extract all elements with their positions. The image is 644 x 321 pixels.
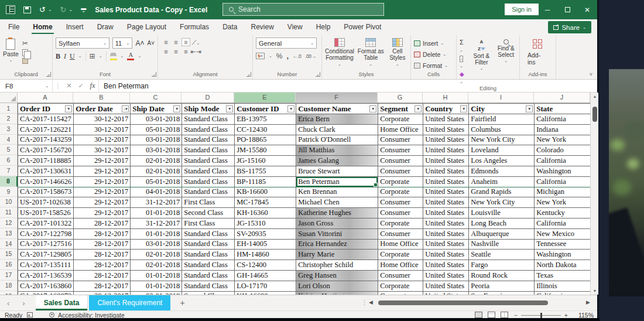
- redo-dropdown-icon[interactable]: ⌄: [69, 7, 73, 12]
- cell-B18[interactable]: 28-12-2017: [74, 281, 131, 291]
- borders-dropdown-icon[interactable]: ⌄: [99, 54, 102, 59]
- cell-C12[interactable]: 31-12-2017: [131, 218, 182, 228]
- cell-A2[interactable]: CA-2017-115427: [18, 114, 74, 125]
- align-left-icon[interactable]: ≡: [164, 48, 167, 55]
- cell-E5[interactable]: JM-15580: [235, 145, 296, 156]
- grow-font-icon[interactable]: A˄: [135, 39, 144, 47]
- cell-G2[interactable]: Corporate: [378, 114, 423, 125]
- zoom-percentage[interactable]: 115%: [578, 312, 594, 319]
- number-dialog-launcher[interactable]: [316, 72, 320, 77]
- column-header-G[interactable]: G: [378, 93, 423, 103]
- cell-I5[interactable]: Loveland: [469, 145, 535, 156]
- cell-styles-button[interactable]: Cell Styles ⌄: [388, 37, 407, 67]
- cell-C18[interactable]: 01-01-2018: [131, 281, 182, 291]
- table-header-country[interactable]: Country▼: [423, 104, 469, 114]
- cell-J10[interactable]: New York: [535, 197, 591, 208]
- cut-icon[interactable]: ✂: [22, 39, 28, 47]
- row-header-9[interactable]: 9: [0, 187, 18, 197]
- cell-F2[interactable]: Erica Bern: [296, 114, 378, 125]
- cell-H5[interactable]: United States: [423, 145, 469, 156]
- cell-F4[interactable]: Patrick O'Donnell: [296, 135, 378, 145]
- cell-F8[interactable]: Ben Peterman: [296, 176, 378, 187]
- cell-D9[interactable]: Standard Class: [182, 187, 235, 197]
- cell-B12[interactable]: 28-12-2017: [74, 218, 131, 228]
- clear-icon[interactable]: ◆ ⌄: [460, 70, 468, 84]
- next-sheet-icon[interactable]: ›: [22, 299, 25, 308]
- cell-G14[interactable]: Home Office: [378, 239, 423, 250]
- conditional-formatting-button[interactable]: Conditional Formatting ⌄: [325, 37, 354, 67]
- cell-J9[interactable]: Michigan: [535, 187, 591, 197]
- cell-D2[interactable]: Standard Class: [182, 114, 235, 125]
- filter-button-A[interactable]: ▼: [65, 105, 72, 112]
- accounting-dropdown-icon[interactable]: ⌄: [269, 54, 272, 59]
- cell-E11[interactable]: KH-16360: [235, 208, 296, 218]
- cell-G8[interactable]: Corporate: [378, 176, 423, 187]
- filter-button-B[interactable]: ↓▾: [122, 105, 129, 112]
- cell-C5[interactable]: 03-01-2018: [131, 145, 182, 156]
- save-icon[interactable]: [23, 6, 31, 13]
- cell-I18[interactable]: Peoria: [469, 281, 535, 291]
- italic-icon[interactable]: I: [64, 52, 66, 61]
- row-header-4[interactable]: 4: [0, 135, 18, 145]
- cell-G17[interactable]: Consumer: [378, 270, 423, 281]
- cell-C16[interactable]: 02-01-2018: [131, 260, 182, 271]
- cell-E7[interactable]: BS-11755: [235, 166, 296, 176]
- cell-B10[interactable]: 29-12-2017: [74, 197, 131, 208]
- menu-tab-insert[interactable]: Insert: [66, 20, 84, 35]
- cell-G11[interactable]: Consumer: [378, 208, 423, 218]
- cell-H6[interactable]: United States: [423, 156, 469, 166]
- cell-E12[interactable]: JG-15310: [235, 218, 296, 228]
- cell-E8[interactable]: BP-11185: [235, 176, 296, 187]
- zoom-slider-thumb[interactable]: [540, 313, 543, 318]
- cell-F15[interactable]: Harry Marie: [296, 250, 378, 260]
- cell-I16[interactable]: Fargo: [469, 260, 535, 271]
- cell-B6[interactable]: 29-12-2017: [74, 156, 131, 166]
- search-input[interactable]: Search: [222, 3, 384, 16]
- cell-D4[interactable]: Standard Class: [182, 135, 235, 145]
- undo-icon[interactable]: ↺: [39, 6, 46, 13]
- filter-button-G[interactable]: ▼: [415, 105, 422, 112]
- cell-B17[interactable]: 28-12-2017: [74, 270, 131, 281]
- menu-tab-page-layout[interactable]: Page Layout: [127, 20, 166, 35]
- cell-F17[interactable]: Greg Hansen: [296, 270, 378, 281]
- cell-H4[interactable]: United States: [423, 135, 469, 145]
- cell-E14[interactable]: EH-14005: [235, 239, 296, 250]
- cell-H10[interactable]: United States: [423, 197, 469, 208]
- menu-tab-draw[interactable]: Draw: [97, 20, 114, 35]
- table-header-ship-date[interactable]: Ship Date▼: [131, 104, 182, 114]
- select-all-corner[interactable]: [0, 93, 18, 103]
- filter-button-H[interactable]: ▼: [460, 105, 467, 112]
- align-middle-icon[interactable]: ≡: [174, 39, 177, 46]
- insert-function-icon[interactable]: fx: [87, 81, 98, 90]
- cell-H3[interactable]: United States: [423, 124, 469, 135]
- cell-B13[interactable]: 28-12-2017: [74, 228, 131, 239]
- cell-G13[interactable]: Consumer: [378, 228, 423, 239]
- cell-F13[interactable]: Susan Vittorini: [296, 228, 378, 239]
- redo-icon[interactable]: ↻: [60, 6, 67, 13]
- cell-H7[interactable]: United States: [423, 166, 469, 176]
- cell-G4[interactable]: Consumer: [378, 135, 423, 145]
- cell-I8[interactable]: Anaheim: [469, 176, 535, 187]
- row-header-1[interactable]: 1: [0, 103, 18, 114]
- cell-I2[interactable]: Fairfield: [469, 114, 535, 125]
- cell-C9[interactable]: 04-01-2018: [131, 187, 182, 197]
- menu-tab-view[interactable]: View: [287, 20, 303, 35]
- cell-G15[interactable]: Corporate: [378, 250, 423, 260]
- table-header-state[interactable]: State: [535, 104, 591, 114]
- cell-A15[interactable]: CA-2017-129805: [18, 250, 74, 260]
- cell-J11[interactable]: Kentucky: [535, 208, 591, 218]
- clipboard-dialog-launcher[interactable]: [46, 72, 51, 77]
- sign-in-button[interactable]: Sign in: [505, 4, 539, 15]
- delete-cells-button[interactable]: Delete⌄: [414, 49, 453, 59]
- cell-J15[interactable]: Washington: [535, 250, 591, 260]
- row-header-13[interactable]: 13: [0, 228, 18, 239]
- page-break-view-icon[interactable]: [501, 312, 508, 318]
- format-cells-button[interactable]: Format⌄: [414, 60, 453, 70]
- share-button[interactable]: Share ⌄: [548, 21, 591, 33]
- minimize-button[interactable]: ─: [537, 0, 557, 19]
- cell-J8[interactable]: California: [535, 176, 591, 187]
- column-header-C[interactable]: C: [130, 93, 181, 103]
- collapse-ribbon-icon[interactable]: ˅: [590, 71, 592, 77]
- confirm-entry-icon[interactable]: ✓: [75, 82, 87, 90]
- cell-J7[interactable]: Washington: [535, 166, 591, 176]
